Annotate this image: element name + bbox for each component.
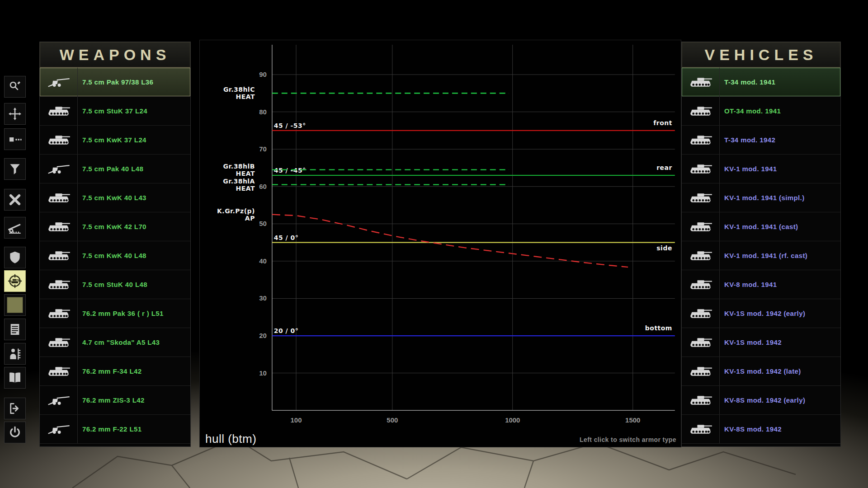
tank-icon — [40, 97, 78, 125]
list-item-label: T-34 mod. 1942 — [720, 136, 775, 144]
list-item[interactable]: KV-8 mod. 1941 — [682, 270, 840, 299]
vehicles-title: VEHICLES — [704, 46, 817, 63]
list-item[interactable]: T-34 mod. 1941 — [682, 68, 840, 97]
list-item[interactable]: OT-34 mod. 1941 — [682, 97, 840, 126]
penetration-chart[interactable]: 1020304050607080901005001000150045 / -53… — [200, 40, 681, 447]
chart-panel[interactable]: 1020304050607080901005001000150045 / -53… — [199, 40, 681, 447]
list-item-label: 7.5 cm KwK 42 L70 — [78, 223, 146, 230]
shield-icon[interactable] — [4, 247, 26, 268]
list-item[interactable]: KV-1 mod. 1941 — [682, 155, 840, 183]
camo-color-swatch[interactable] — [4, 294, 26, 316]
y-tick-label: 20 — [259, 332, 267, 339]
list-item[interactable]: KV-1 mod. 1941 (simpl.) — [682, 183, 840, 212]
list-item[interactable]: 4.7 cm "Skoda" A5 L43 — [40, 328, 190, 357]
x-tick-label: 100 — [291, 416, 302, 424]
close-icon[interactable] — [4, 189, 26, 211]
armor-name-label: side — [656, 244, 672, 252]
x-tick-label: 500 — [387, 416, 398, 424]
list-item-label: KV-1S mod. 1942 (late) — [720, 367, 801, 375]
armor-part-label[interactable]: hull (btm) — [205, 432, 256, 446]
list-item-label: KV-8S mod. 1942 (early) — [720, 396, 805, 404]
range-icon[interactable] — [4, 217, 26, 239]
armor-value-label: 45 / -45° — [274, 167, 306, 174]
tank-icon — [682, 155, 720, 183]
series-label: Gr.38hlAHEAT — [223, 178, 255, 192]
list-item[interactable]: 7.5 cm KwK 40 L43 — [40, 183, 190, 212]
series-label: Gr.38hlBHEAT — [223, 163, 255, 177]
app-root: WEAPONS 7.5 cm Pak 97/38 L367.5 cm StuK … — [0, 0, 868, 488]
armor-value-label: 45 / -53° — [274, 122, 306, 129]
list-item-label: 7.5 cm KwK 40 L48 — [78, 252, 146, 259]
tank-icon — [682, 241, 720, 270]
list-item[interactable]: KV-1S mod. 1942 (late) — [682, 357, 840, 386]
at-gun-icon — [40, 415, 78, 443]
vehicles-header: VEHICLES — [682, 42, 840, 68]
tank-icon — [40, 183, 78, 212]
list-item[interactable]: KV-1 mod. 1941 (cast) — [682, 212, 840, 241]
armor-view-icon[interactable] — [4, 270, 26, 292]
move-icon[interactable] — [4, 103, 26, 125]
x-tick-label: 1000 — [505, 416, 520, 424]
list-item[interactable]: 7.5 cm KwK 37 L24 — [40, 126, 190, 155]
list-item[interactable]: 76.2 mm Pak 36 ( r ) L51 — [40, 299, 190, 328]
list-item[interactable]: KV-8S mod. 1942 (early) — [682, 386, 840, 415]
tank-icon — [682, 386, 720, 414]
tank-icon — [40, 357, 78, 385]
list-item[interactable]: 7.5 cm KwK 42 L70 — [40, 212, 190, 241]
list-item-label: 7.5 cm KwK 40 L43 — [78, 194, 146, 202]
list-item[interactable]: KV-8S mod. 1942 — [682, 415, 840, 444]
tank-icon — [682, 183, 720, 212]
list-item-label: 7.5 cm StuK 37 L24 — [78, 107, 147, 115]
filter-icon[interactable] — [4, 158, 26, 180]
list-item-label: 7.5 cm Pak 40 L48 — [78, 165, 143, 173]
list-item-label: 76.2 mm ZIS-3 L42 — [78, 396, 145, 404]
tank-icon — [682, 415, 720, 443]
marker-size-icon[interactable] — [4, 128, 26, 150]
list-item[interactable]: 7.5 cm Pak 97/38 L36 — [40, 68, 190, 97]
series-label: K.Gr.Pz(p)AP — [217, 207, 255, 222]
list-item-label: 76.2 mm F-34 L42 — [78, 367, 142, 375]
list-item-label: KV-8 mod. 1941 — [720, 281, 777, 288]
armor-name-label: front — [653, 119, 672, 127]
list-item[interactable]: KV-1 mod. 1941 (rf. cast) — [682, 241, 840, 270]
tank-icon — [682, 299, 720, 328]
list-item-label: KV-1 mod. 1941 — [720, 165, 777, 173]
exit-icon[interactable] — [4, 398, 26, 419]
list-item[interactable]: 7.5 cm Pak 40 L48 — [40, 155, 190, 183]
armor-value-label: 20 / 0° — [274, 327, 298, 334]
series-line — [272, 215, 628, 267]
y-tick-label: 10 — [259, 369, 267, 377]
x-tick-label: 1500 — [625, 416, 640, 424]
tank-icon — [682, 212, 720, 241]
list-item[interactable]: T-34 mod. 1942 — [682, 126, 840, 155]
series-label: Gr.38hlCHEAT — [223, 86, 255, 100]
tank-icon — [40, 212, 78, 241]
left-toolbar — [1, 76, 29, 443]
weapons-panel: WEAPONS 7.5 cm Pak 97/38 L367.5 cm StuK … — [39, 42, 191, 447]
list-item-label: 76.2 mm F-22 L51 — [78, 425, 142, 433]
armor-name-label: bottom — [645, 324, 672, 332]
list-item[interactable]: 76.2 mm F-34 L42 — [40, 357, 190, 386]
list-item[interactable]: 76.2 mm ZIS-3 L42 — [40, 386, 190, 415]
list-item[interactable]: 7.5 cm StuK 37 L24 — [40, 97, 190, 126]
tank-icon — [682, 270, 720, 299]
list-item[interactable]: KV-1S mod. 1942 (early) — [682, 299, 840, 328]
tank-icon — [682, 126, 720, 154]
list-item-label: KV-1 mod. 1941 (cast) — [720, 223, 798, 230]
y-tick-label: 60 — [259, 183, 267, 190]
tank-icon — [40, 126, 78, 154]
y-tick-label: 70 — [259, 145, 267, 153]
tank-icon — [682, 357, 720, 385]
vehicles-list: T-34 mod. 1941OT-34 mod. 1941T-34 mod. 1… — [682, 68, 840, 446]
list-item[interactable]: 7.5 cm KwK 40 L48 — [40, 241, 190, 270]
manual-icon[interactable] — [4, 367, 26, 389]
inspect-icon[interactable] — [4, 76, 26, 98]
list-item-label: 7.5 cm Pak 97/38 L36 — [78, 78, 153, 86]
crew-icon[interactable] — [4, 343, 26, 365]
list-item[interactable]: KV-1S mod. 1942 — [682, 328, 840, 357]
list-item-label: OT-34 mod. 1941 — [720, 107, 781, 115]
report-icon[interactable] — [4, 319, 26, 340]
list-item[interactable]: 7.5 cm StuK 40 L48 — [40, 270, 190, 299]
power-icon[interactable] — [4, 422, 26, 443]
list-item[interactable]: 76.2 mm F-22 L51 — [40, 415, 190, 444]
